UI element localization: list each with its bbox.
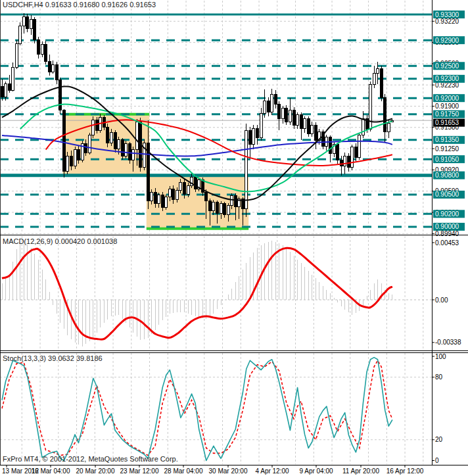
candle-bear	[248, 130, 251, 145]
candle-bull	[125, 144, 128, 156]
macd-axis-label: 0.00453	[435, 239, 459, 247]
candle-bear	[256, 128, 259, 138]
candle-bull	[74, 149, 76, 166]
price-level-badge-text: 0.92500	[435, 62, 459, 70]
time-label: 16 Mar 04:00	[32, 467, 70, 475]
candle-bull	[227, 206, 229, 215]
candle-bear	[223, 204, 226, 215]
candle-bull	[132, 149, 135, 160]
candle-bull	[362, 119, 364, 135]
stoch-axis-label: 100	[435, 353, 446, 360]
price-grid-label: 0.91900	[435, 103, 459, 110]
price-axis[interactable]: 0.932200.928900.925600.922300.919000.915…	[432, 11, 465, 464]
time-label: 4 Apr 12:00	[255, 467, 289, 475]
macd-title: MACD(12,26,9) 0.000420 0.001038	[3, 237, 117, 245]
candle-bear	[380, 68, 383, 97]
candle-bear	[37, 39, 40, 55]
candle-bull	[66, 156, 69, 171]
price-grid-label: 0.93220	[435, 18, 459, 25]
candle-bear	[114, 132, 116, 149]
price-level-badge-text: 0.91750	[435, 110, 459, 118]
main-chart-panel[interactable]	[0, 1, 432, 234]
candle-bull	[358, 135, 361, 157]
candle-bear	[34, 20, 36, 39]
candle-bull	[88, 135, 91, 153]
candle-bear	[278, 105, 281, 119]
time-label: 16 Apr 12:00	[386, 467, 424, 475]
candle-bull	[187, 185, 189, 195]
candle-bear	[205, 192, 208, 201]
stoch-panel[interactable]	[0, 353, 432, 464]
window-frame	[0, 0, 468, 465]
candle-bull	[30, 20, 32, 29]
candle-bear	[300, 115, 302, 129]
macd-histogram	[2, 241, 392, 346]
time-label: 30 Mar 20:00	[209, 467, 248, 475]
candle-bear	[234, 196, 237, 207]
candle-bear	[314, 125, 317, 140]
price-grid-label: 0.91250	[435, 145, 459, 153]
candle-bull	[5, 84, 7, 97]
time-label: 20 Mar 20:00	[76, 467, 115, 475]
candle-bear	[106, 127, 109, 143]
candle-bear	[329, 137, 332, 153]
candle-bear	[274, 94, 277, 105]
candle-bear	[292, 110, 295, 126]
candle-bear	[62, 110, 65, 172]
candle-bull	[296, 115, 299, 126]
candle-bear	[307, 119, 310, 134]
candle-bear	[161, 195, 164, 208]
chart-canvas: 0.932200.928900.925600.922300.919000.915…	[0, 0, 468, 476]
candle-bear	[59, 80, 62, 110]
mt4-chart-window: 0.932200.928900.925600.922300.919000.915…	[0, 0, 468, 476]
candle-bear	[85, 144, 87, 153]
candle-bull	[118, 140, 120, 149]
candle-bull	[377, 68, 379, 73]
price-level-badge-text: 0.91050	[435, 156, 459, 163]
candle-bull	[289, 110, 291, 122]
candle-bear	[95, 120, 98, 130]
candle-bull	[165, 197, 168, 208]
price-level-badge-text: 0.90000	[435, 223, 459, 230]
candle-bear	[285, 108, 288, 122]
candle-bear	[347, 156, 350, 168]
candle-bull	[176, 190, 178, 200]
candle-bull	[135, 122, 138, 149]
stoch-axis-label: 0	[435, 457, 439, 464]
candle-bull	[281, 108, 284, 119]
candle-bull	[351, 147, 354, 168]
price-level-badge-text: 0.90500	[435, 191, 459, 198]
macd-axis-label: 0.00	[435, 297, 448, 304]
time-label: 28 Mar 04:00	[164, 467, 203, 475]
candle-bull	[12, 67, 14, 90]
candle-bull	[151, 192, 153, 201]
candle-bull	[264, 101, 266, 114]
stoch-axis-label: 20	[435, 436, 443, 443]
candle-bull	[158, 195, 160, 204]
price-level-badge-text: 0.90200	[435, 210, 459, 218]
macd-panel[interactable]	[0, 236, 432, 350]
copyright-text: FxPro MT4, © 2001-2012, MetaQuotes Softw…	[3, 455, 178, 463]
stoch-main-line	[2, 358, 392, 461]
candle-bull	[245, 130, 248, 208]
candle-bull	[41, 44, 43, 55]
candle-bear	[45, 44, 47, 61]
candle-bull	[231, 196, 233, 206]
candle-bull	[52, 64, 55, 72]
candle-bull	[369, 85, 372, 130]
stoch-title: Stoch(13,3,3) 39.0632 39.8186	[3, 354, 103, 362]
candle-bull	[110, 132, 113, 143]
candle-bear	[267, 101, 269, 112]
candle-bull	[19, 26, 22, 43]
candle-bear	[340, 160, 342, 166]
candle-bear	[70, 156, 72, 166]
candle-bear	[154, 192, 156, 204]
candle-bear	[1, 87, 3, 97]
price-level-badge-text: 0.92900	[435, 37, 459, 44]
candle-bear	[172, 189, 175, 200]
time-axis[interactable]: 13 Mar 201216 Mar 04:0020 Mar 20:0023 Ma…	[2, 465, 424, 475]
candle-bear	[337, 145, 339, 160]
candle-bear	[26, 17, 29, 29]
candle-bull	[304, 119, 306, 129]
candle-bear	[216, 202, 218, 214]
